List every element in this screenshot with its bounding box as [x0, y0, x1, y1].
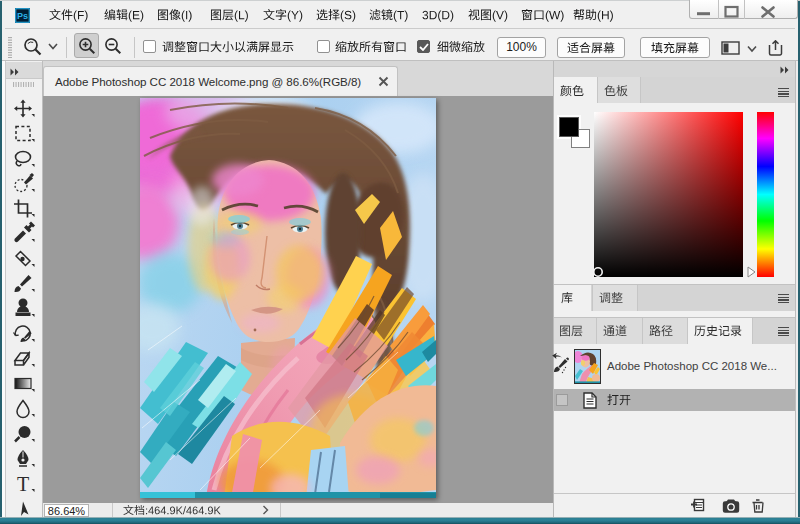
svg-text:Ps: Ps	[17, 11, 28, 21]
svg-text:T: T	[17, 473, 29, 495]
